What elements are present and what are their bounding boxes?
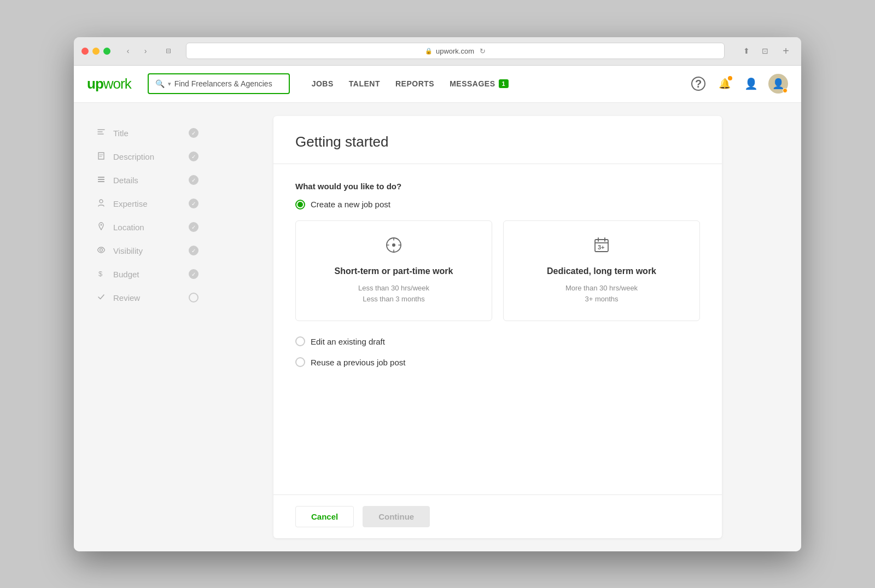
close-button[interactable] (81, 48, 89, 55)
url-text: upwork.com (436, 47, 474, 55)
title-check: ✓ (189, 128, 199, 138)
getting-started-card: Getting started What would you like to d… (273, 116, 722, 538)
budget-check: ✓ (189, 269, 199, 279)
navbar: upwork 🔍 ▾ Find Freelancers & Agencies J… (74, 66, 801, 103)
card-title: Getting started (295, 133, 700, 150)
avatar-status-dot (783, 88, 788, 93)
svg-rect-2 (98, 181, 104, 182)
upwork-logo[interactable]: upwork (87, 75, 131, 92)
browser-titlebar: ‹ › ⊟ 🔒 upwork.com ↻ ⬆ ⊡ + (74, 37, 801, 66)
question-label: What would you like to do? (295, 182, 700, 191)
card-footer: Cancel Continue (273, 494, 722, 538)
nav-buttons: ‹ › (120, 43, 153, 59)
notification-dot (728, 76, 732, 80)
radio-new-job[interactable] (295, 200, 305, 209)
search-bar[interactable]: 🔍 ▾ Find Freelancers & Agencies (148, 73, 290, 94)
contact-support-button[interactable]: 👤 (742, 75, 760, 92)
notifications-button[interactable]: 🔔 (716, 75, 733, 92)
svg-point-8 (392, 243, 395, 247)
cancel-button[interactable]: Cancel (295, 506, 354, 527)
talent-link[interactable]: TALENT (349, 79, 380, 88)
option-edit-draft[interactable]: Edit an existing draft (295, 336, 700, 346)
fullscreen-button[interactable]: ⊡ (757, 43, 773, 59)
svg-text:$: $ (98, 270, 103, 278)
continue-button[interactable]: Continue (363, 506, 430, 527)
sidebar-visibility-label: Visibility (113, 246, 182, 255)
sidebar-item-visibility[interactable]: Visibility ✓ (87, 239, 207, 263)
job-card-short-term[interactable]: Short-term or part-time work Less than 3… (295, 220, 492, 322)
sidebar-item-title[interactable]: Title ✓ (87, 121, 207, 145)
sidebar-item-review[interactable]: Review (87, 286, 207, 310)
add-tab-button[interactable]: + (778, 43, 794, 59)
radio-reuse-post[interactable] (295, 357, 305, 367)
details-check: ✓ (189, 175, 199, 185)
sidebar-item-location[interactable]: Location ✓ (87, 216, 207, 239)
browser-actions: ⬆ ⊡ (739, 43, 773, 59)
long-term-icon: 3+ (593, 236, 610, 258)
option-reuse-post[interactable]: Reuse a previous job post (295, 357, 700, 367)
svg-point-5 (100, 248, 103, 251)
address-bar[interactable]: 🔒 upwork.com ↻ (186, 43, 725, 59)
details-icon (96, 175, 107, 185)
maximize-button[interactable] (103, 48, 110, 55)
sidebar-expertise-label: Expertise (113, 199, 182, 208)
card-header: Getting started (273, 116, 722, 164)
job-card-long-term[interactable]: 3+ Dedicated, long term work More than 3… (503, 220, 700, 322)
nav-icons: ? 🔔 👤 👤 (690, 74, 788, 94)
contact-icon: 👤 (744, 77, 758, 90)
share-button[interactable]: ⬆ (739, 43, 754, 59)
svg-rect-1 (98, 179, 104, 180)
visibility-icon (96, 246, 107, 256)
long-term-desc: More than 30 hrs/week 3+ months (565, 283, 638, 306)
option-new-job-label: Create a new job post (311, 200, 390, 209)
minimize-button[interactable] (92, 48, 100, 55)
help-button[interactable]: ? (690, 75, 707, 92)
lock-icon: 🔒 (425, 48, 433, 55)
expertise-check: ✓ (189, 199, 199, 208)
forward-button[interactable]: › (138, 43, 153, 59)
location-icon (96, 222, 107, 232)
card-body: What would you like to do? Create a new … (273, 164, 722, 494)
reload-icon[interactable]: ↻ (480, 47, 486, 55)
messages-link[interactable]: MESSAGES 1 (450, 79, 509, 88)
sidebar-budget-label: Budget (113, 270, 182, 279)
svg-point-3 (100, 200, 103, 203)
nav-links: JOBS TALENT REPORTS MESSAGES 1 (312, 79, 509, 88)
expertise-icon (96, 199, 107, 209)
sidebar-item-details[interactable]: Details ✓ (87, 168, 207, 192)
svg-text:3+: 3+ (598, 244, 605, 251)
avatar[interactable]: 👤 (768, 74, 788, 94)
review-check (189, 293, 199, 302)
short-term-desc: Less than 30 hrs/week Less than 3 months (358, 283, 429, 306)
sidebar-item-expertise[interactable]: Expertise ✓ (87, 192, 207, 216)
search-dropdown-icon: ▾ (168, 80, 171, 88)
search-input[interactable]: Find Freelancers & Agencies (174, 79, 282, 88)
job-type-cards: Short-term or part-time work Less than 3… (295, 220, 700, 322)
jobs-link[interactable]: JOBS (312, 79, 334, 88)
sidebar-item-budget[interactable]: $ Budget ✓ (87, 263, 207, 286)
option-reuse-post-label: Reuse a previous job post (311, 358, 405, 367)
back-button[interactable]: ‹ (120, 43, 136, 59)
reports-link[interactable]: REPORTS (395, 79, 434, 88)
traffic-lights (81, 48, 110, 55)
option-edit-draft-label: Edit an existing draft (311, 337, 385, 346)
sidebar-item-description[interactable]: Description ✓ (87, 145, 207, 168)
radio-edit-draft[interactable] (295, 336, 305, 346)
search-icon: 🔍 (155, 79, 165, 88)
description-icon (96, 152, 107, 162)
svg-point-4 (101, 224, 102, 225)
short-term-icon (385, 236, 402, 258)
visibility-check: ✓ (189, 246, 199, 255)
tab-layout-button[interactable]: ⊟ (161, 43, 176, 59)
sidebar-review-label: Review (113, 293, 182, 302)
short-term-title: Short-term or part-time work (335, 266, 453, 276)
review-icon (96, 293, 107, 303)
sidebar-title-label: Title (113, 129, 182, 138)
avatar-icon: 👤 (772, 78, 784, 90)
sidebar-details-label: Details (113, 176, 182, 185)
messages-badge: 1 (499, 79, 509, 88)
option-new-job[interactable]: Create a new job post (295, 200, 700, 209)
app-content: upwork 🔍 ▾ Find Freelancers & Agencies J… (74, 66, 801, 551)
main-content: Getting started What would you like to d… (207, 116, 788, 538)
budget-icon: $ (96, 269, 107, 280)
